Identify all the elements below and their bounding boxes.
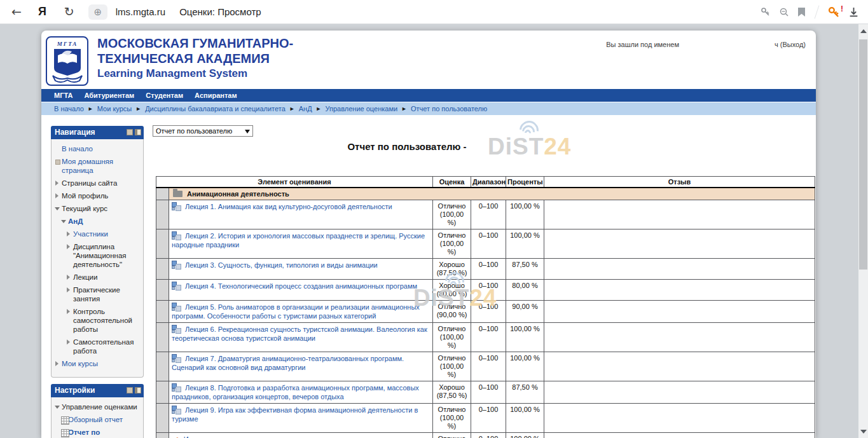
url-text[interactable]: lms.mgta.ru <box>116 6 165 17</box>
password-manager-icon[interactable]: ! <box>828 6 840 18</box>
grade-item-link[interactable]: Лекция 8. Подготовка и разработка анимац… <box>172 384 419 400</box>
grade-percent: 100,00 % <box>506 229 544 259</box>
site-icon[interactable]: ⊕ <box>88 4 107 20</box>
collapsed-marker-icon[interactable] <box>67 273 73 282</box>
yandex-logo[interactable]: Я <box>38 5 46 18</box>
lesson-icon <box>172 325 181 333</box>
sidebar-item-label[interactable]: Обзорный отчет <box>68 415 123 424</box>
breadcrumb-link[interactable]: Дисциплины бакалавриата и специалитета <box>145 105 286 113</box>
scroll-up-arrow[interactable] <box>860 29 867 33</box>
sidebar-item[interactable]: АнД <box>62 217 141 226</box>
grade-percent: 100,00 % <box>506 433 544 438</box>
grade-item-link[interactable]: Лекция 1. Анимация как вид культурно-дос… <box>185 203 392 210</box>
grade-item-link[interactable]: Лекция 9. Игра как эффективная форма ани… <box>172 406 418 423</box>
grade-item-link[interactable]: Лекция 4. Технологический процесс создан… <box>185 282 417 290</box>
key-icon[interactable] <box>761 7 771 17</box>
sidebar-item-label[interactable]: АнД <box>68 217 83 226</box>
collapsed-marker-icon[interactable] <box>67 307 73 334</box>
grade-item-link[interactable]: Лекция 3. Сущность, функция, типология и… <box>185 261 378 269</box>
table-row: Лекция 9. Игра как эффективная форма ани… <box>156 404 815 433</box>
search-icon[interactable] <box>779 7 789 17</box>
breadcrumb-link[interactable]: Отчет по пользователю <box>411 105 487 113</box>
table-row: Лекция 1. Анимация как вид культурно-дос… <box>156 200 815 229</box>
breadcrumb-link[interactable]: Мои курсы <box>97 105 132 113</box>
category-name: Анимационная деятельность <box>187 190 289 198</box>
scrollbar-thumb[interactable] <box>859 39 867 270</box>
sidebar-item[interactable]: Обзорный отчет <box>62 415 141 424</box>
nav-item-мгта[interactable]: МГТА <box>54 92 72 99</box>
back-button[interactable]: ← <box>11 6 22 18</box>
grade-item-link[interactable]: Лекция 2. История и хронология массовых … <box>172 232 425 249</box>
sidebar-item[interactable]: Участники <box>67 229 141 238</box>
sidebar-item-label: Практические занятия <box>73 285 141 303</box>
col-header-item: Элемент оценивания <box>156 177 433 188</box>
sidebar-item[interactable]: В начало <box>55 144 141 153</box>
sidebar-item[interactable]: Мои курсы <box>55 359 141 368</box>
grade-value: Отлично(100,00 %) <box>433 404 471 433</box>
grade-feedback <box>544 229 815 259</box>
sidebar-item[interactable]: Моя домашняя страница <box>55 157 141 175</box>
sidebar-item: Лекции <box>67 273 141 282</box>
grade-value: Отлично(90,00 %) <box>433 301 471 323</box>
sidebar-item[interactable]: Отчет по пользователю <box>62 428 141 438</box>
screen: ← Я ↻ ⊕ lms.mgta.ru Оценки: Просмотр ! <box>0 0 868 438</box>
expanded-marker-icon[interactable] <box>55 204 62 213</box>
scroll-down-arrow[interactable] <box>860 430 867 434</box>
tab-title: Оценки: Просмотр <box>179 6 261 17</box>
collapsed-marker-icon[interactable] <box>67 242 73 269</box>
collapsed-marker-icon[interactable] <box>67 338 73 355</box>
sidebar-item-label[interactable]: Моя домашняя страница <box>62 157 141 175</box>
expanded-marker-icon[interactable] <box>62 217 68 226</box>
expanded-marker-icon[interactable] <box>55 402 62 411</box>
grade-percent: 87,50 % <box>506 259 544 280</box>
page-card: МГТА МОСКОВСКАЯ ГУМАНИТАРНО- ТЕХНИЧЕСКАЯ… <box>41 31 816 438</box>
breadcrumb-link[interactable]: Управление оценками <box>326 105 398 113</box>
lesson-icon <box>172 231 181 240</box>
nav-item-аспирантам[interactable]: Аспирантам <box>195 92 237 99</box>
grade-item-link[interactable]: Лекция 6. Рекреационная сущность туристс… <box>172 325 427 342</box>
grade-value: Хорошо(87,50 %) <box>433 381 471 404</box>
grade-percent: 80,00 % <box>506 280 544 301</box>
refresh-button[interactable]: ↻ <box>64 6 74 18</box>
collapsed-marker-icon[interactable] <box>55 179 62 188</box>
sidebar-item-label[interactable]: Отчет по пользователю <box>68 428 141 438</box>
collapsed-marker-icon[interactable] <box>55 191 62 200</box>
sidebar-item-label: Управление оценками <box>62 402 137 411</box>
download-icon[interactable] <box>848 7 859 18</box>
browser-bar: ← Я ↻ ⊕ lms.mgta.ru Оценки: Просмотр ! <box>0 0 868 24</box>
bookmark-icon[interactable] <box>797 8 806 17</box>
col-header-range: Диапазон <box>471 177 506 188</box>
toolbar-divider <box>815 5 820 18</box>
logout-link[interactable]: ч (Выход) <box>775 41 806 48</box>
sidebar-item: Текущий курс <box>55 204 141 213</box>
sidebar-item-label[interactable]: Мои курсы <box>62 359 98 368</box>
grade-feedback <box>544 301 815 323</box>
vertical-scrollbar[interactable] <box>858 24 868 438</box>
nav-item-абитуриентам[interactable]: Абитуриентам <box>84 92 134 99</box>
academy-title-line1: МОСКОВСКАЯ ГУМАНИТАРНО- <box>97 36 293 51</box>
collapsed-marker-icon[interactable] <box>67 229 73 238</box>
breadcrumb-link[interactable]: АнД <box>299 105 312 113</box>
block-collapse-icon[interactable] <box>127 129 133 135</box>
block-dock-icon[interactable] <box>135 387 141 394</box>
sidebar-item-label[interactable]: Участники <box>73 229 108 238</box>
sidebar-item-label: Самостоятельная работа <box>73 338 141 355</box>
block-dock-icon[interactable] <box>135 129 141 135</box>
breadcrumb-separator: ► <box>289 106 295 112</box>
report-type-select[interactable]: Отчет по пользователю <box>153 125 253 137</box>
sidebar-item-label: Текущий курс <box>62 204 107 213</box>
grade-item-link[interactable]: Итоговое тестирование <box>184 435 260 438</box>
grade-item-link[interactable]: Лекция 7. Драматургия анимационно-театра… <box>172 355 404 371</box>
block-collapse-icon[interactable] <box>127 387 133 394</box>
collapsed-marker-icon[interactable] <box>55 359 62 368</box>
grade-item-link[interactable]: Лекция 5. Роль аниматоров в организации … <box>172 303 420 320</box>
grade-percent: 87,50 % <box>506 381 544 404</box>
collapsed-marker-icon[interactable] <box>67 285 73 303</box>
sidebar-item-label: Дисциплина "Анимационная деятельность" <box>73 242 141 269</box>
nav-item-студентам[interactable]: Студентам <box>146 92 183 99</box>
breadcrumb-link[interactable]: В начало <box>54 105 84 113</box>
folder-icon <box>173 191 183 197</box>
breadcrumb-separator: ► <box>88 106 93 112</box>
sidebar-item-label[interactable]: В начало <box>62 144 93 153</box>
logo-text: МГТА <box>56 41 77 47</box>
